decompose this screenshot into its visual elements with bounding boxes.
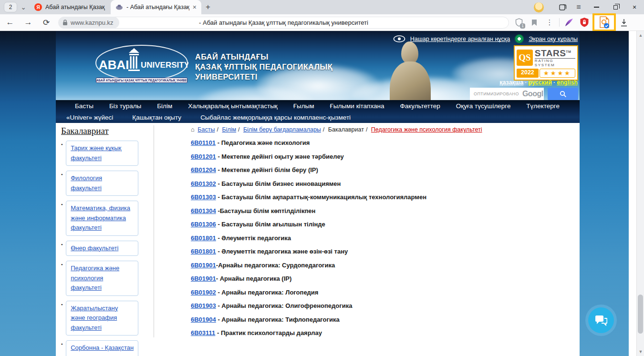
lang-russian-link[interactable]: русский <box>528 79 552 86</box>
forward-icon[interactable]: → <box>20 15 36 30</box>
faculty-link[interactable]: Жаратылыстану және география факультеті <box>71 305 118 331</box>
nav-univer-system[interactable]: «Univer» жүйесі <box>66 114 113 121</box>
faculty-link[interactable]: Тарих және құқық факультеті <box>71 144 121 162</box>
tab-2-active[interactable]: - Абай атындағы Қазақ × <box>111 0 201 14</box>
low-vision-version-link[interactable]: Нашар көретіндерге арналған нұсқа <box>410 36 510 42</box>
program-code-link[interactable]: 6В01201 <box>191 153 216 160</box>
scrollbar-thumb[interactable] <box>638 295 643 334</box>
minimize-button[interactable] <box>587 0 606 14</box>
program-code-link[interactable]: 6В01801 <box>191 248 216 255</box>
yandex-feather-extension-icon[interactable] <box>562 15 576 30</box>
chat-button[interactable] <box>588 307 614 333</box>
tab-title: - Абай атындағы Қазақ <box>126 4 189 10</box>
highlighted-extension-icon[interactable] <box>592 13 616 31</box>
close-tab-icon[interactable]: × <box>193 3 197 11</box>
profile-avatar[interactable] <box>534 2 544 12</box>
url-text: www.kaznpu.kz <box>71 19 114 26</box>
program-code-link[interactable]: 6В01901 <box>191 262 216 269</box>
bullet-icon: ▪ <box>61 301 62 336</box>
tab-counter-button[interactable]: 2 <box>4 2 17 12</box>
program-code-link[interactable]: 6В01901 <box>191 275 216 282</box>
screen-reader-icon <box>515 34 524 43</box>
faculty-link[interactable]: Математика, физика және информатика факу… <box>71 204 130 231</box>
new-tab-button[interactable]: + <box>201 0 215 14</box>
search-input[interactable]: ОПТИМИЗИРОВАНО Googl <box>470 88 544 100</box>
faculty-link[interactable]: Филология факультеті <box>71 174 102 192</box>
close-window-button[interactable]: × <box>625 0 644 14</box>
reload-icon[interactable]: ⟳ <box>38 15 54 30</box>
program-code-link[interactable]: 6В01903 <box>191 302 216 309</box>
nav-anticorruption[interactable]: Сыбайлас жемқорлыққа қарсы комплаенс-қыз… <box>200 114 351 121</box>
side-panel-icon[interactable] <box>554 0 571 14</box>
breadcrumb-home[interactable]: Басты <box>197 126 215 133</box>
sidebar-heading: Бакалавриат <box>61 126 152 136</box>
nav-home[interactable]: Басты <box>75 102 93 110</box>
program-code-link[interactable]: 6В01101 <box>191 139 216 146</box>
toolbar-separator <box>559 18 560 27</box>
program-code-link[interactable]: 6В01306 <box>191 221 216 228</box>
nav-education[interactable]: Білім <box>157 102 172 110</box>
bullet-icon: ▪ <box>61 171 62 196</box>
lang-kazakh-link[interactable]: қазақша <box>499 79 523 86</box>
menu-icon[interactable]: ≡ <box>571 0 587 14</box>
program-code-link[interactable]: 6В01303 <box>191 193 216 201</box>
nav-distance-learning[interactable]: Қашықтан оқыту <box>132 114 181 121</box>
back-icon[interactable]: ← <box>2 15 18 30</box>
nav-international[interactable]: Халықаралық ынтымақтастық <box>188 102 278 110</box>
program-code-link[interactable]: 6В01204 <box>191 166 216 173</box>
program-row: 6В01201 - Мектепке дейінгі оқыту және тә… <box>191 153 568 160</box>
screen-reader-link[interactable]: Экран оқу құралы <box>529 36 578 42</box>
browser-toolbar: ← → ⟳ www.kaznpu.kz - Абай атындағы Қаза… <box>0 14 644 31</box>
breadcrumb-current[interactable]: Педагогика және психология факультеті <box>371 126 482 133</box>
lang-english-link[interactable]: english <box>557 79 578 86</box>
sidebar-item-philology: ▪Филология факультеті <box>61 171 152 196</box>
address-bar[interactable]: www.kaznpu.kz - Абай атындағы Қазақ ұлтт… <box>58 17 509 29</box>
program-row: 6В01901-Арнайы педагогика: Сурдопедагоги… <box>191 262 568 269</box>
search-button[interactable] <box>548 88 578 100</box>
program-row: 6В01306 - Бастауыш білім ағылшын тілінде <box>191 221 568 228</box>
sidebar: Бакалавриат ▪Тарих және құқық факультеті… <box>61 126 152 356</box>
bullet-icon: ▪ <box>61 340 62 356</box>
restore-button[interactable] <box>606 0 625 14</box>
page-right-gutter <box>629 31 636 356</box>
university-logo[interactable]: ABAI UNIVERSITY 1928 АБАЙ АТЫНДАҒЫ ҚАЗАҚ… <box>95 44 332 89</box>
adblock-shield-extension-icon[interactable] <box>577 15 592 30</box>
nav-about[interactable]: Біз туралы <box>109 102 141 110</box>
program-row: 6В01101 - Педагогика және психология <box>191 139 568 146</box>
program-code-link[interactable]: 6В01801 <box>191 234 216 242</box>
download-icon[interactable] <box>617 15 631 30</box>
program-code-link[interactable]: 6В01904 <box>191 316 216 323</box>
home-icon[interactable]: ⌂ <box>191 126 195 133</box>
nav-science[interactable]: Ғылым <box>293 102 314 110</box>
nav-faculties[interactable]: Факультеттер <box>400 102 440 110</box>
abai-statue-image <box>390 41 431 100</box>
program-code-link[interactable]: 6В03111 <box>191 329 215 336</box>
tab-bar: 2 ⌄ Я Абай атындағы Қазақ ұлт - Абай аты… <box>0 0 644 14</box>
scrollbar[interactable]: ▲ ▼ <box>636 31 644 356</box>
breadcrumb-education[interactable]: Білім <box>222 126 236 133</box>
program-code-link[interactable]: 6В01902 <box>191 289 216 296</box>
faculty-link[interactable]: Өнер факультеті <box>71 244 118 252</box>
faculty-link[interactable]: Сорбонна - Қазақстан институты <box>71 344 134 356</box>
url-pill[interactable]: www.kaznpu.kz <box>59 17 119 29</box>
program-name: Арнайы педагогика (IP) <box>220 275 292 282</box>
program-name: Бастауыш білім бизнес инновациямен <box>221 180 341 187</box>
nav-library[interactable]: Ғылыми кітапхана <box>330 102 384 110</box>
nav-alumni[interactable]: Түлектерге <box>526 102 560 110</box>
kebab-menu-icon[interactable]: ⋮ <box>542 15 557 30</box>
bookmark-icon[interactable] <box>527 15 541 30</box>
qs-year: 2022 <box>517 69 539 78</box>
chevron-down-icon[interactable]: ⌄ <box>17 2 30 12</box>
scroll-down-icon[interactable]: ▼ <box>637 348 644 356</box>
program-code-link[interactable]: 6В01302 <box>191 180 216 187</box>
bullet-icon: ▪ <box>61 261 62 296</box>
nav-applicants[interactable]: Оқуға түсушілерге <box>456 102 511 110</box>
scroll-up-icon[interactable]: ▲ <box>637 31 644 39</box>
faculty-link[interactable]: Педагогика және психология факультеті <box>71 264 119 291</box>
breadcrumb-programs[interactable]: Білім беру бағдарламалары <box>243 126 321 133</box>
browser-window: 2 ⌄ Я Абай атындағы Қазақ ұлт - Абай аты… <box>0 0 644 356</box>
tab-1[interactable]: Я Абай атындағы Қазақ ұлт <box>30 0 111 14</box>
password-protect-icon[interactable]: 1 <box>512 15 526 30</box>
program-name: Бастауыш білім ақпараттық-коммуникациялы… <box>221 193 426 201</box>
program-code-link[interactable]: 6В01304 <box>191 207 216 214</box>
